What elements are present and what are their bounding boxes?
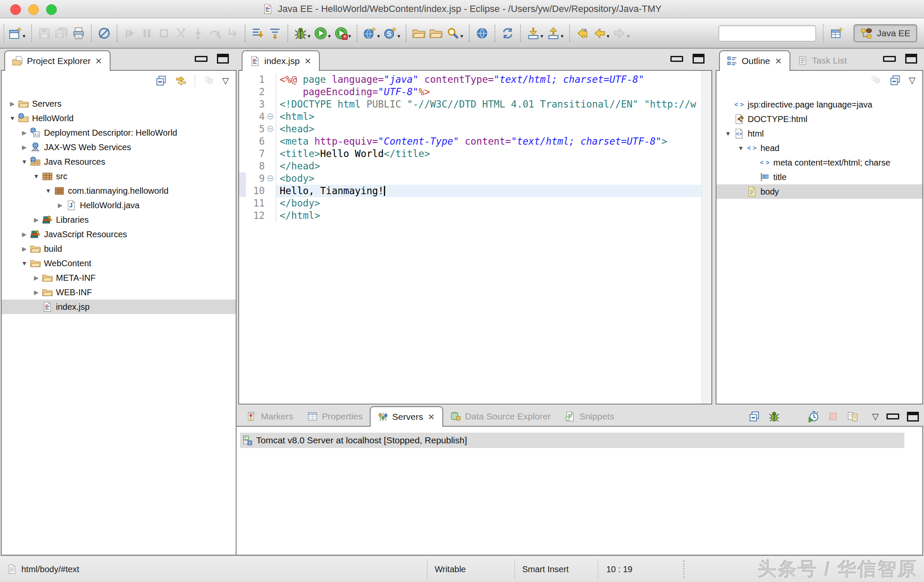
dropdown-arrow-icon[interactable]: ▾ bbox=[541, 32, 544, 40]
dropdown-arrow-icon[interactable]: ▾ bbox=[377, 32, 380, 40]
collapse-arrow-icon[interactable]: ▼ bbox=[31, 173, 42, 180]
quick-access-input[interactable] bbox=[719, 25, 816, 41]
perspective-drag-handle[interactable] bbox=[823, 24, 824, 43]
tree-item-index-jsp[interactable]: index.jsp bbox=[2, 300, 236, 314]
tree-item-deployment-descriptor-helloworld[interactable]: ▶3.1Deployment Descriptor: HelloWorld bbox=[2, 125, 236, 140]
minimize-view-icon[interactable] bbox=[670, 56, 683, 62]
tree-item-web-inf[interactable]: ▶WEB-INF bbox=[2, 285, 236, 300]
dropdown-arrow-icon[interactable]: ▾ bbox=[398, 32, 401, 40]
tab-project-explorer[interactable]: Project Explorer bbox=[4, 50, 111, 71]
tree-item-com-tianmaying-helloworld[interactable]: ▼com.tianmaying.helloworld bbox=[2, 183, 236, 198]
tree-item-body[interactable]: body bbox=[716, 184, 922, 199]
editor-line-4[interactable]: 4<html> bbox=[239, 111, 702, 123]
close-icon[interactable] bbox=[427, 413, 436, 421]
dropdown-arrow-icon[interactable]: ▾ bbox=[561, 32, 564, 40]
editor-line-11[interactable]: 11</body> bbox=[239, 197, 702, 210]
code-line[interactable]: </html> bbox=[276, 210, 702, 222]
minimize-window-button[interactable] bbox=[28, 4, 39, 15]
code-editor[interactable]: 1<%@ page language="java" contentType="t… bbox=[239, 73, 702, 222]
focus-icon[interactable] bbox=[870, 74, 882, 86]
open-browser-button[interactable] bbox=[474, 25, 491, 41]
tree-item-meta-inf[interactable]: ▶META-INF bbox=[2, 271, 236, 285]
expand-arrow-icon[interactable]: ▶ bbox=[19, 245, 30, 252]
code-line[interactable]: <meta http-equiv="Content-Type" content=… bbox=[276, 135, 702, 148]
tab-index-jsp[interactable]: index.jsp bbox=[242, 50, 320, 71]
code-line[interactable]: <body> bbox=[276, 172, 702, 185]
back-button[interactable]: ▾ bbox=[591, 25, 611, 41]
editor-line-3[interactable]: 3<!DOCTYPE html PUBLIC "-//W3C//DTD HTML… bbox=[239, 98, 702, 111]
tree-item-build[interactable]: ▶build bbox=[2, 242, 236, 256]
code-line[interactable]: <head> bbox=[276, 123, 702, 135]
tree-item-servers[interactable]: ▶Servers bbox=[2, 96, 236, 111]
expand-arrow-icon[interactable]: ▶ bbox=[31, 216, 42, 223]
print-button[interactable] bbox=[70, 25, 87, 41]
editor-line-8[interactable]: 8</head> bbox=[239, 160, 702, 172]
dropdown-arrow-icon[interactable]: ▾ bbox=[23, 32, 26, 40]
code-line[interactable]: </body> bbox=[276, 197, 702, 210]
editor-line-2[interactable]: 2 pageEncoding="UTF-8"%> bbox=[239, 86, 702, 98]
collapse-arrow-icon[interactable]: ▼ bbox=[735, 145, 746, 151]
expand-arrow-icon[interactable]: ▶ bbox=[19, 231, 30, 238]
expand-arrow-icon[interactable]: ▶ bbox=[55, 202, 66, 209]
view-menu-icon[interactable]: ▽ bbox=[909, 74, 915, 86]
debug-button[interactable]: ▾ bbox=[292, 25, 313, 41]
open-folder-button[interactable] bbox=[427, 25, 444, 41]
last-edit-button[interactable] bbox=[574, 25, 591, 41]
editor-line-5[interactable]: 5<head> bbox=[239, 123, 702, 135]
toolbar-drag-handle[interactable] bbox=[3, 24, 4, 43]
tree-item-webcontent[interactable]: ▼WebContent bbox=[2, 256, 236, 271]
code-line[interactable]: <!DOCTYPE html PUBLIC "-//W3C//DTD HTML … bbox=[276, 98, 702, 111]
code-line[interactable]: <html> bbox=[276, 111, 702, 123]
expand-arrow-icon[interactable]: ▶ bbox=[31, 274, 42, 281]
collapse-arrow-icon[interactable]: ▼ bbox=[19, 158, 30, 165]
tree-item-src[interactable]: ▼src bbox=[2, 169, 236, 183]
minimize-view-icon[interactable] bbox=[883, 56, 896, 62]
code-line[interactable]: </head> bbox=[276, 160, 702, 172]
tab-snippets[interactable]: Snippets bbox=[558, 407, 621, 426]
fold-marker[interactable] bbox=[265, 111, 276, 123]
code-line[interactable]: <title>Hello World</title> bbox=[276, 148, 702, 160]
editor-line-9[interactable]: 9<body> bbox=[239, 172, 702, 185]
editor-line-1[interactable]: 1<%@ page language="java" contentType="t… bbox=[239, 73, 702, 86]
skip-breakpoints-button[interactable] bbox=[96, 25, 113, 41]
close-window-button[interactable] bbox=[10, 4, 21, 15]
editor-line-12[interactable]: 12</html> bbox=[239, 210, 702, 222]
editor-line-7[interactable]: 7<title>Hello World</title> bbox=[239, 148, 702, 160]
tab-markers[interactable]: Markers bbox=[239, 407, 300, 426]
dropdown-arrow-icon[interactable]: ▾ bbox=[627, 32, 630, 40]
filter-list-button[interactable] bbox=[266, 25, 284, 41]
fold-marker[interactable] bbox=[265, 172, 276, 185]
minimize-view-icon[interactable] bbox=[195, 56, 208, 62]
tree-item-title[interactable]: title bbox=[716, 170, 922, 184]
tree-item-libraries[interactable]: ▶Libraries bbox=[2, 212, 236, 227]
code-line[interactable]: pageEncoding="UTF-8"%> bbox=[276, 86, 702, 98]
tab-servers[interactable]: Servers bbox=[370, 406, 443, 427]
link-with-editor-icon[interactable] bbox=[175, 75, 187, 87]
dropdown-arrow-icon[interactable]: ▾ bbox=[328, 32, 331, 40]
collapse-arrow-icon[interactable]: ▼ bbox=[43, 187, 54, 194]
new-web-wizard-button[interactable]: ▾ bbox=[361, 25, 382, 41]
sync-button[interactable] bbox=[499, 25, 516, 41]
tree-item-jax-ws-web-services[interactable]: ▶JAX-WS Web Services bbox=[2, 140, 236, 154]
import-button[interactable]: ▾ bbox=[525, 25, 545, 41]
open-perspective-button[interactable] bbox=[826, 25, 848, 42]
editor-line-6[interactable]: 6<meta http-equiv="Content-Type" content… bbox=[239, 135, 702, 148]
close-icon[interactable] bbox=[304, 57, 312, 65]
dropdown-arrow-icon[interactable]: ▾ bbox=[308, 32, 311, 40]
expand-arrow-icon[interactable]: ▶ bbox=[19, 144, 30, 151]
tree-item-java-resources[interactable]: ▼Java Resources bbox=[2, 154, 236, 169]
run-server-button[interactable]: ▾ bbox=[333, 25, 353, 41]
open-folder-button[interactable] bbox=[410, 25, 427, 41]
java-ee-perspective-button[interactable]: Java EE bbox=[854, 24, 917, 42]
tree-item-javascript-resources[interactable]: ▶JavaScript Resources bbox=[2, 227, 236, 242]
web-service-button[interactable]: S▾ bbox=[382, 25, 402, 41]
tree-item-head[interactable]: ▼< >head bbox=[716, 141, 922, 155]
maximize-view-icon[interactable] bbox=[693, 54, 705, 64]
expand-arrow-icon[interactable]: ▶ bbox=[31, 289, 42, 296]
sort-list-button[interactable] bbox=[249, 25, 266, 41]
tab-outline[interactable]: Outline bbox=[719, 50, 790, 71]
expand-arrow-icon[interactable]: ▶ bbox=[7, 100, 18, 107]
view-menu-icon[interactable]: ▽ bbox=[222, 75, 229, 87]
dropdown-arrow-icon[interactable]: ▾ bbox=[460, 32, 463, 40]
collapse-all-icon[interactable] bbox=[889, 74, 901, 86]
